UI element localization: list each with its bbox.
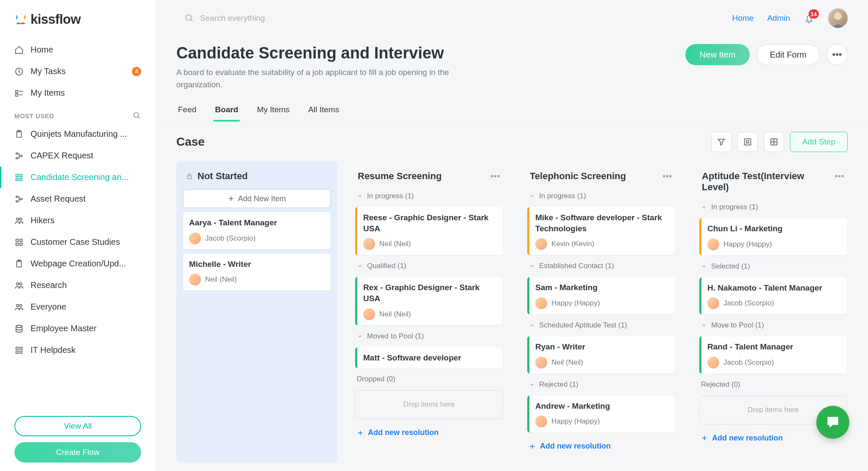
group-header[interactable]: Qualified (1) bbox=[355, 259, 503, 273]
drop-zone[interactable]: Drop items here bbox=[355, 390, 503, 419]
page-description: A board to evaluate the suitability of a… bbox=[176, 66, 465, 91]
new-item-button[interactable]: New Item bbox=[685, 44, 750, 65]
filter-icon bbox=[717, 137, 726, 147]
column-menu[interactable]: ••• bbox=[835, 171, 844, 182]
svg-point-9 bbox=[16, 152, 18, 154]
dots-icon: ••• bbox=[832, 49, 842, 60]
board-column: Not Started Add New Item Aarya - Talent … bbox=[176, 161, 337, 463]
sidebar-item[interactable]: Quinjets Manufacturing ... bbox=[0, 123, 156, 145]
sidebar-item[interactable]: Customer Case Studies bbox=[0, 231, 156, 253]
column-menu[interactable]: ••• bbox=[662, 171, 672, 182]
board-card[interactable]: H. Nakamoto - Talent Manager Jacob (Scor… bbox=[699, 277, 847, 315]
chevron-down-icon bbox=[529, 322, 535, 328]
nav-label: My Tasks bbox=[31, 66, 66, 76]
group-header[interactable]: Established Contact (1) bbox=[527, 259, 675, 273]
tab-my-items[interactable]: My Items bbox=[255, 101, 291, 121]
search-box[interactable] bbox=[176, 8, 511, 29]
board-card[interactable]: Sam - Marketing Happy (Happy) bbox=[527, 277, 675, 314]
sidebar-item-label: IT Helpdesk bbox=[31, 345, 75, 355]
plus-icon bbox=[701, 435, 708, 441]
tab-all-items[interactable]: All Items bbox=[306, 101, 341, 121]
svg-rect-40 bbox=[744, 139, 751, 145]
app-icon bbox=[14, 216, 24, 225]
group-header[interactable]: Selected (1) bbox=[699, 260, 847, 273]
svg-rect-21 bbox=[16, 239, 19, 241]
app-icon bbox=[14, 130, 24, 139]
chevron-down-icon bbox=[701, 322, 707, 328]
group-header[interactable]: Scheduled Aptitude Test (1) bbox=[527, 319, 675, 332]
search-icon[interactable] bbox=[133, 111, 141, 120]
view-all-button[interactable]: View All bbox=[14, 416, 141, 436]
svg-point-29 bbox=[17, 304, 19, 307]
group-header: Rejected (0) bbox=[699, 378, 847, 391]
column-menu[interactable]: ••• bbox=[490, 171, 500, 182]
group-header[interactable]: Move to Pool (1) bbox=[699, 319, 847, 332]
sidebar-item[interactable]: Research bbox=[0, 274, 156, 296]
add-resolution-button[interactable]: Add new resolution bbox=[355, 426, 503, 440]
add-step-button[interactable]: Add Step bbox=[790, 132, 848, 152]
assignee-avatar bbox=[363, 308, 375, 320]
plus-icon bbox=[228, 195, 234, 202]
edit-form-button[interactable]: Edit Form bbox=[757, 44, 820, 65]
svg-rect-12 bbox=[16, 174, 19, 177]
group-header[interactable]: Rejected (1) bbox=[527, 378, 675, 391]
group-header[interactable]: In progress (1) bbox=[699, 200, 847, 214]
add-new-item-button[interactable]: Add New Item bbox=[183, 189, 331, 208]
board-card[interactable]: Rex - Graphic Designer - Stark USA Neil … bbox=[355, 277, 503, 325]
svg-point-31 bbox=[16, 325, 22, 327]
user-avatar[interactable] bbox=[828, 8, 848, 28]
board-card[interactable]: Rand - Talent Manager Jacob (Scorpio) bbox=[699, 336, 847, 374]
sidebar-item[interactable]: Everyone bbox=[0, 296, 156, 318]
sidebar-item[interactable]: Webpage Creation/Upd... bbox=[0, 253, 156, 274]
group-header[interactable]: Moved to Pool (1) bbox=[355, 330, 503, 343]
board-card[interactable]: Reese - Graphic Designer - Stark USA Nei… bbox=[355, 207, 503, 255]
column-title: Not Started bbox=[186, 171, 248, 182]
column-title: Aptitude Test(Interview Level) bbox=[702, 171, 831, 193]
notifications-button[interactable]: 14 bbox=[804, 13, 815, 24]
sidebar-item[interactable]: Hikers bbox=[0, 210, 156, 231]
sidebar-item[interactable]: Candidate Screening an... bbox=[0, 166, 156, 188]
svg-rect-33 bbox=[20, 347, 22, 349]
tab-board[interactable]: Board bbox=[213, 101, 240, 121]
top-link-admin[interactable]: Admin bbox=[767, 14, 790, 23]
sidebar-item[interactable]: CAPEX Request bbox=[0, 145, 156, 166]
card-title: Matt - Software developer bbox=[363, 352, 497, 363]
nav-item-my-items[interactable]: My Items bbox=[0, 82, 156, 104]
brand-logo[interactable]: kissflow bbox=[0, 8, 156, 39]
plus-icon bbox=[529, 443, 536, 450]
board-card[interactable]: Mike - Software developer - Stark Techno… bbox=[527, 207, 675, 255]
create-flow-button[interactable]: Create Flow bbox=[14, 442, 141, 463]
app-icon bbox=[14, 281, 24, 290]
card-title: H. Nakamoto - Talent Manager bbox=[707, 283, 841, 294]
filter-button[interactable] bbox=[711, 132, 732, 152]
fullscreen-button[interactable] bbox=[737, 132, 758, 152]
sidebar-item[interactable]: IT Helpdesk bbox=[0, 339, 156, 361]
chat-fab[interactable] bbox=[816, 406, 849, 439]
group-header[interactable]: In progress (1) bbox=[355, 189, 503, 203]
chevron-down-icon bbox=[701, 204, 707, 210]
nav-item-home[interactable]: Home bbox=[0, 39, 156, 61]
sidebar-item[interactable]: Employee Master bbox=[0, 318, 156, 339]
chevron-down-icon bbox=[529, 193, 535, 199]
sidebar-item-label: Candidate Screening an... bbox=[31, 172, 128, 182]
add-resolution-button[interactable]: Add new resolution bbox=[527, 439, 675, 453]
nav-badge: 4 bbox=[132, 67, 141, 76]
search-input[interactable] bbox=[200, 14, 503, 23]
board-card[interactable]: Ryan - Writer Neil (Neil) bbox=[527, 336, 675, 374]
svg-rect-35 bbox=[20, 351, 22, 353]
sidebar-item[interactable]: Asset Request bbox=[0, 188, 156, 210]
board-card[interactable]: Chun Li - Marketing Happy (Happy) bbox=[699, 218, 847, 255]
svg-rect-22 bbox=[20, 239, 22, 241]
group-header[interactable]: In progress (1) bbox=[527, 189, 675, 203]
board-card[interactable]: Aarya - Talent Manager Jacob (Scorpio) bbox=[183, 212, 331, 249]
more-actions-button[interactable]: ••• bbox=[826, 44, 848, 65]
board-card[interactable]: Michelle - Writer Neil (Neil) bbox=[183, 254, 331, 291]
board-card[interactable]: Andrew - Marketing Happy (Happy) bbox=[527, 396, 675, 433]
nav-item-my-tasks[interactable]: My Tasks 4 bbox=[0, 61, 156, 82]
table-view-button[interactable] bbox=[764, 132, 784, 152]
tab-feed[interactable]: Feed bbox=[176, 101, 198, 121]
top-link-home[interactable]: Home bbox=[732, 14, 754, 23]
card-title: Mike - Software developer - Stark Techno… bbox=[535, 212, 669, 234]
svg-line-37 bbox=[191, 19, 193, 22]
board-card[interactable]: Matt - Software developer bbox=[355, 347, 503, 368]
